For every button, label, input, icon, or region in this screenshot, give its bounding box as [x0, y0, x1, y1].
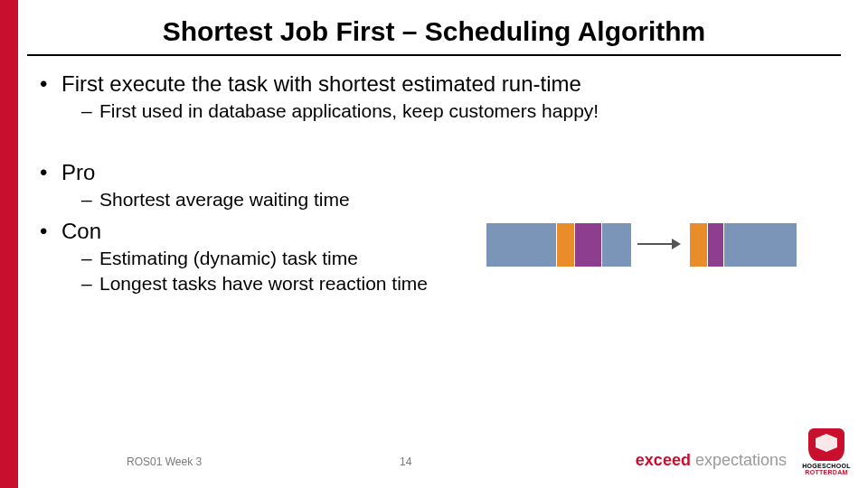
bullet-3-1-text: Estimating (dynamic) task time — [99, 248, 358, 268]
left-block-2 — [574, 222, 603, 267]
brand-tagline: exceed expectations — [636, 451, 787, 470]
brand-word1: exceed — [636, 451, 691, 469]
bullet-2: Pro Shortest average waiting time — [40, 159, 832, 211]
school-logo: HOGESCHOOL ROTTERDAM — [797, 428, 855, 475]
bullet-3-2: Longest tasks have worst reaction time — [81, 272, 832, 296]
bullet-1-text: First execute the task with shortest est… — [61, 71, 581, 96]
svg-marker-1 — [672, 239, 681, 249]
slide-title: Shortest Job First – Scheduling Algorith… — [36, 16, 832, 47]
bullet-1-1-text: First used in database applications, kee… — [99, 100, 599, 121]
left-block-0 — [486, 222, 558, 267]
page-number: 14 — [400, 455, 411, 468]
bullet-2-1-text: Shortest average waiting time — [99, 189, 350, 210]
accent-bar — [0, 0, 18, 488]
bullet-2-1: Shortest average waiting time — [81, 188, 832, 211]
right-block-2 — [723, 222, 797, 267]
bullet-3-text: Con — [61, 219, 101, 243]
logo-line2: ROTTERDAM — [797, 469, 855, 475]
bullet-3-2-text: Longest tasks have worst reaction time — [99, 273, 428, 294]
bullet-1-1: First used in database applications, kee… — [81, 99, 832, 123]
arrow-icon — [636, 235, 681, 253]
right-block-1 — [707, 222, 725, 267]
bullet-2-text: Pro — [61, 160, 95, 184]
right-block-0 — [689, 222, 709, 267]
shield-icon — [808, 428, 844, 461]
footer-left: ROS01 Week 3 — [127, 455, 202, 468]
bullet-1: First execute the task with shortest est… — [40, 70, 832, 123]
left-block-1 — [556, 222, 576, 267]
logo-line1: HOGESCHOOL — [797, 463, 855, 469]
brand-word2: expectations — [695, 451, 787, 469]
left-block-3 — [601, 222, 632, 267]
title-rule — [27, 54, 841, 56]
schedule-diagram — [486, 222, 797, 267]
